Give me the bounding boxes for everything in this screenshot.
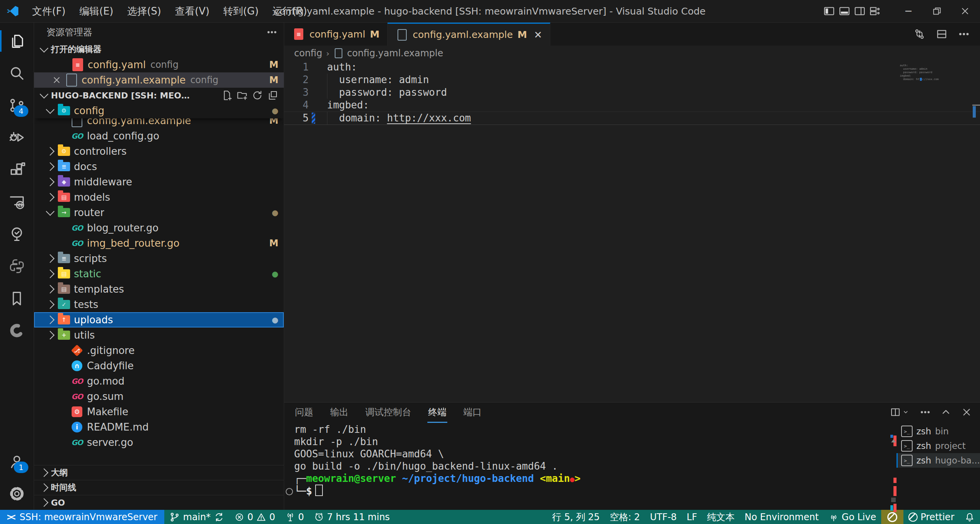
go-live-button[interactable]: Go Live: [824, 510, 881, 524]
tree-file-go-mod[interactable]: GO go.mod: [34, 373, 284, 389]
explorer-more-actions-icon[interactable]: [266, 26, 278, 38]
editor-code-area[interactable]: 1auth: 2 username: admin 3 password: pas…: [284, 61, 980, 402]
tree-file-makefile[interactable]: ⚙ Makefile: [34, 404, 284, 419]
overview-ruler[interactable]: [972, 61, 980, 402]
tree-folder-scripts[interactable]: ≡ scripts: [34, 251, 284, 266]
tree-file-config-yaml-example[interactable]: config.yaml.example M: [34, 118, 284, 128]
notifications-bell[interactable]: [959, 510, 980, 524]
eol-sequence[interactable]: LF: [682, 510, 702, 524]
tree-folder-middleware[interactable]: ◆ middleware: [34, 174, 284, 190]
activitybar-python[interactable]: [0, 250, 34, 282]
tree-file-go-sum[interactable]: GO go.sum: [34, 389, 284, 404]
activitybar-account[interactable]: 1: [0, 445, 34, 478]
close-panel-icon[interactable]: [961, 406, 972, 418]
panel-tab-output[interactable]: 输出: [329, 404, 349, 421]
split-editor-icon[interactable]: [936, 28, 948, 40]
activitybar-source-control[interactable]: 4: [0, 89, 34, 121]
tree-file-blog-router-go[interactable]: GO blog_router.go: [34, 220, 284, 236]
maximize-panel-icon[interactable]: [940, 406, 952, 418]
tree-folder-static[interactable]: ▤ static ●: [34, 266, 284, 282]
panel-tab-ports[interactable]: 端口: [463, 404, 483, 421]
tree-folder-config[interactable]: ⚙ config ●: [34, 103, 284, 118]
terminal-instance-project[interactable]: >_ zshproject: [897, 439, 980, 453]
prettier-status[interactable]: Prettier: [903, 510, 959, 524]
panel-tab-problems[interactable]: 问题: [294, 404, 314, 421]
tab-config-yaml-example[interactable]: config.yaml.example M ✕: [388, 23, 550, 46]
new-folder-icon[interactable]: [236, 90, 248, 101]
tree-folder-tests[interactable]: ✓ tests: [34, 297, 284, 312]
split-terminal-icon[interactable]: [890, 406, 910, 418]
minimap[interactable]: auth: username: admin password: password…: [900, 64, 939, 81]
terminal-scroll-decorations[interactable]: [890, 424, 897, 510]
terminal-instance-bin[interactable]: >_ zshbin: [897, 424, 980, 439]
tree-file-readme[interactable]: i README.md: [34, 419, 284, 435]
activitybar-bookmarks[interactable]: [0, 282, 34, 314]
url-link[interactable]: http://xxx.com: [387, 112, 471, 124]
menu-view[interactable]: 查看(V): [169, 3, 216, 20]
panel-tab-debug-console[interactable]: 调试控制台: [365, 404, 412, 421]
remote-indicator[interactable]: >< SSH: meowrainVmwareServer: [0, 510, 164, 524]
tree-file-load-config-go[interactable]: GO load_config.go: [34, 128, 284, 144]
open-editor-config-yaml-example[interactable]: config.yaml.example config M: [34, 72, 284, 88]
panel-more-actions-icon[interactable]: [919, 406, 931, 418]
close-tab-icon[interactable]: ✕: [534, 29, 542, 41]
terminal[interactable]: rm -rf ./bin mkdir -p ./bin GOOS=linux G…: [284, 422, 980, 510]
tree-folder-models[interactable]: ▤ models: [34, 190, 284, 205]
tree-folder-utils[interactable]: + utils: [34, 328, 284, 343]
activitybar-remote-explorer[interactable]: [0, 186, 34, 218]
panel-tab-terminal[interactable]: 终端: [427, 404, 447, 421]
minimize-button[interactable]: ─: [896, 0, 921, 22]
tree-folder-router[interactable]: → router ●: [34, 205, 284, 220]
restore-button[interactable]: [924, 0, 949, 22]
command-decoration-icon[interactable]: [286, 488, 293, 495]
collapse-folders-icon[interactable]: [267, 90, 278, 101]
open-changes-icon[interactable]: [913, 28, 926, 40]
activitybar-todo-tree[interactable]: [0, 218, 34, 250]
activitybar-extensions[interactable]: [0, 154, 34, 186]
tree-file-server-go[interactable]: GO server.go: [34, 435, 284, 450]
terminal-instance-hugo-backend[interactable]: >_ zshhugo-ba...: [897, 453, 980, 468]
python-environment[interactable]: No Environment: [739, 510, 824, 524]
toggle-sidebar-icon[interactable]: [823, 5, 835, 17]
tree-file-gitignore[interactable]: ⎇ .gitignore: [34, 343, 284, 358]
customize-layout-icon[interactable]: [869, 5, 881, 17]
tree-folder-controllers[interactable]: ⚙ controllers: [34, 144, 284, 159]
tab-config-yaml[interactable]: ≡ config.yaml M: [284, 23, 388, 46]
menu-edit[interactable]: 编辑(E): [73, 3, 119, 20]
outline-section[interactable]: 大纲: [34, 465, 284, 480]
problems-indicator[interactable]: 0 0: [229, 510, 280, 524]
editor-more-actions-icon[interactable]: [958, 28, 970, 40]
indentation[interactable]: 空格: 2: [605, 510, 645, 524]
branch-indicator[interactable]: main*: [164, 510, 229, 524]
menu-goto[interactable]: 转到(G): [217, 3, 265, 20]
open-editors-header[interactable]: 打开的编辑器: [34, 42, 284, 57]
menu-selection[interactable]: 选择(S): [121, 3, 167, 20]
time-tracker[interactable]: 7 hrs 11 mins: [309, 510, 395, 524]
activitybar-search[interactable]: [0, 57, 34, 89]
encoding[interactable]: UTF-8: [645, 510, 682, 524]
toggle-secondary-sidebar-icon[interactable]: [854, 5, 866, 17]
tree-file-caddyfile[interactable]: ∩ Caddyfile: [34, 358, 284, 373]
tree-file-img-bed-router-go[interactable]: GO img_bed_router.go M: [34, 236, 284, 251]
toggle-panel-icon[interactable]: [838, 5, 851, 17]
close-window-button[interactable]: [952, 0, 978, 22]
activitybar-explorer[interactable]: [0, 25, 34, 57]
refresh-explorer-icon[interactable]: [252, 90, 263, 101]
activitybar-settings[interactable]: [0, 478, 34, 510]
activitybar-extension-c[interactable]: [0, 314, 34, 347]
go-section[interactable]: GO: [34, 495, 284, 510]
tree-folder-uploads[interactable]: ↑ uploads ●: [34, 312, 284, 328]
open-editor-config-yaml[interactable]: ≡ config.yaml config M: [34, 57, 284, 72]
extension-status-button[interactable]: [881, 510, 903, 524]
activitybar-run-debug[interactable]: [0, 121, 34, 154]
ports-indicator[interactable]: 0: [280, 510, 309, 524]
breadcrumb-folder[interactable]: config: [294, 48, 322, 59]
breadcrumb-file[interactable]: config.yaml.example: [347, 48, 443, 59]
tree-folder-docs[interactable]: ≡ docs: [34, 159, 284, 174]
language-mode[interactable]: 纯文本: [702, 510, 739, 524]
timeline-section[interactable]: 时间线: [34, 480, 284, 495]
close-editor-icon[interactable]: [52, 75, 62, 85]
new-file-icon[interactable]: [221, 90, 232, 101]
tree-folder-templates[interactable]: ▤ templates: [34, 282, 284, 297]
workspace-section-header[interactable]: HUGO-BACKEND [SSH: MEOWRAINVMWARE...: [34, 88, 284, 103]
